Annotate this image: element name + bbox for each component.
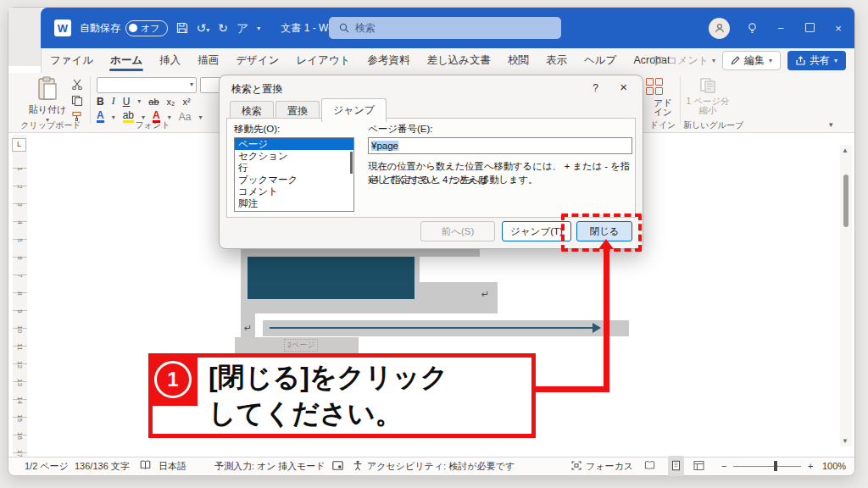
tab-file[interactable]: ファイル: [42, 48, 102, 73]
pilcrow-mark: ↵: [244, 323, 252, 334]
autosave-label: 自動保存: [80, 21, 120, 36]
zoom-in-button[interactable]: +: [808, 458, 813, 474]
previous-button[interactable]: 前へ(S): [420, 221, 495, 241]
tab-layout[interactable]: レイアウト: [287, 48, 359, 73]
zoom-slider-thumb[interactable]: [774, 461, 777, 471]
list-item-page[interactable]: ページ: [235, 138, 353, 150]
tab-help[interactable]: ヘルプ: [576, 48, 625, 73]
ribbon-right-actions: コメント ▾ 編集 ▾ 共有 ▾: [653, 51, 846, 70]
dialog-title: 検索と置換: [231, 82, 282, 97]
caret-down-icon[interactable]: ▾: [198, 114, 202, 121]
copy-icon[interactable]: [71, 95, 83, 106]
quick-access-caret-icon[interactable]: ▾: [257, 25, 260, 32]
ribbon-tab-row: ファイル ホーム 挿入 描画 デザイン レイアウト 参考資料 差し込み文書 校閲…: [41, 48, 854, 73]
focus-mode-button[interactable]: フォーカス: [586, 458, 633, 474]
undo-icon[interactable]: ↺▾: [197, 22, 210, 34]
shrink-one-page-button[interactable]: 1 ページ分 縮小: [683, 76, 732, 115]
strikethrough-button[interactable]: ab: [148, 97, 159, 107]
autosave-control[interactable]: 自動保存 オフ: [80, 20, 168, 36]
maximize-button[interactable]: [804, 22, 815, 35]
superscript-button[interactable]: x²: [182, 97, 190, 107]
tab-view[interactable]: 表示: [537, 48, 576, 73]
addins-button[interactable]: アド イン: [646, 76, 680, 117]
scroll-up-icon[interactable]: ▲: [842, 147, 849, 154]
search-input[interactable]: 検索: [329, 17, 561, 39]
dialog-tab-goto[interactable]: ジャンプ: [321, 98, 387, 122]
share-button[interactable]: 共有 ▾: [787, 51, 846, 70]
editing-mode-button[interactable]: 編集 ▾: [722, 51, 781, 70]
tab-mailings[interactable]: 差し込み文書: [418, 48, 499, 73]
ruler-number: 2: [11, 180, 29, 194]
bold-button[interactable]: B: [97, 96, 104, 108]
red-arrow-elbow: [534, 386, 609, 392]
zoom-out-button[interactable]: −: [721, 458, 726, 474]
ruler-number: 9: [11, 304, 29, 319]
dialog-close-icon[interactable]: ×: [620, 80, 627, 94]
insert-mode-indicator[interactable]: 挿入モード: [278, 458, 326, 474]
close-window-button[interactable]: ×: [832, 22, 844, 35]
prediction-indicator[interactable]: 予測入力: オン: [214, 458, 276, 474]
tab-references[interactable]: 参考資料: [359, 48, 418, 73]
tab-design[interactable]: デザイン: [227, 48, 287, 73]
list-item-footnote[interactable]: 脚注: [235, 197, 353, 209]
redo-icon[interactable]: ↻: [218, 22, 228, 34]
tab-selector-icon[interactable]: L: [12, 138, 26, 152]
tab-home[interactable]: ホーム: [102, 48, 151, 73]
ruler-number: 3: [11, 197, 29, 212]
cut-icon[interactable]: [71, 79, 83, 90]
zoom-slider[interactable]: [733, 466, 801, 467]
page-indicator[interactable]: 1/2 ページ: [25, 458, 69, 474]
list-item-section[interactable]: セクション: [235, 150, 353, 162]
italic-button[interactable]: I: [112, 95, 115, 108]
macro-record-icon[interactable]: [332, 461, 343, 478]
scroll-down-icon[interactable]: ▼: [842, 437, 849, 445]
zoom-percentage[interactable]: 100%: [822, 458, 846, 474]
tab-draw[interactable]: 描画: [189, 48, 227, 73]
caret-down-icon[interactable]: ▾: [137, 97, 141, 105]
listbox-scrollbar-thumb[interactable]: [350, 152, 353, 174]
focus-icon[interactable]: [571, 461, 581, 478]
word-count[interactable]: 136/136 文字: [75, 458, 130, 474]
lightbulb-icon[interactable]: [747, 22, 758, 35]
font-name-combobox[interactable]: ▾: [97, 77, 197, 93]
list-item-comment[interactable]: コメント: [235, 186, 353, 197]
read-mode-icon[interactable]: [644, 458, 655, 474]
shrink-page-icon: [698, 76, 717, 95]
list-item-bookmark[interactable]: ブックマーク: [235, 174, 353, 186]
subscript-button[interactable]: x₂: [167, 97, 175, 107]
dialog-help-button[interactable]: ?: [593, 82, 598, 94]
tab-insert[interactable]: 挿入: [151, 48, 189, 73]
tab-review[interactable]: 校閲: [499, 48, 537, 73]
list-item-line[interactable]: 行: [235, 162, 353, 174]
ruler-number: 16: [11, 429, 29, 443]
page-number-input[interactable]: ¥page: [368, 137, 632, 154]
account-avatar[interactable]: [709, 18, 730, 39]
newgroup-group-label: 新しいグループ: [683, 119, 732, 131]
title-bar: W 自動保存 オフ ↺▾ ↻ ア ▾ 文書 1 - Word: [41, 8, 854, 48]
doc-horizontal-arrow-line: [270, 327, 593, 329]
save-icon[interactable]: [176, 22, 188, 34]
scrollbar-thumb[interactable]: [843, 175, 849, 227]
web-layout-icon[interactable]: [693, 458, 704, 474]
goto-target-listbox[interactable]: ページ セクション 行 ブックマーク コメント 脚注: [234, 137, 354, 212]
kana-convert-icon[interactable]: ア: [236, 22, 248, 34]
accessibility-status[interactable]: アクセシビリティ: 検討が必要です: [367, 458, 515, 474]
red-arrow-shaft: [604, 248, 609, 392]
doc-teal-shape-frame: [241, 255, 420, 303]
underline-button[interactable]: U: [123, 96, 131, 108]
ruler-number: 4: [11, 215, 29, 230]
accessibility-icon[interactable]: [353, 460, 363, 477]
word-app-icon[interactable]: W: [54, 19, 71, 36]
minimize-button[interactable]: −: [775, 22, 787, 35]
comments-button[interactable]: コメント ▾: [653, 53, 715, 68]
collapse-ribbon-icon[interactable]: ▾: [829, 120, 833, 129]
language-indicator[interactable]: 日本語: [159, 458, 186, 474]
autosave-toggle[interactable]: オフ: [125, 20, 168, 36]
print-layout-icon[interactable]: [668, 456, 684, 476]
ruler-numbers: 1234567891011121314151617: [13, 160, 27, 457]
vertical-scrollbar[interactable]: ▲ ▼: [840, 145, 852, 446]
group-separator: [680, 76, 681, 124]
proofing-book-icon[interactable]: [140, 460, 151, 477]
paste-button[interactable]: 貼り付け ▾: [27, 76, 68, 124]
phonetic-guide-button[interactable]: A: [97, 111, 104, 123]
